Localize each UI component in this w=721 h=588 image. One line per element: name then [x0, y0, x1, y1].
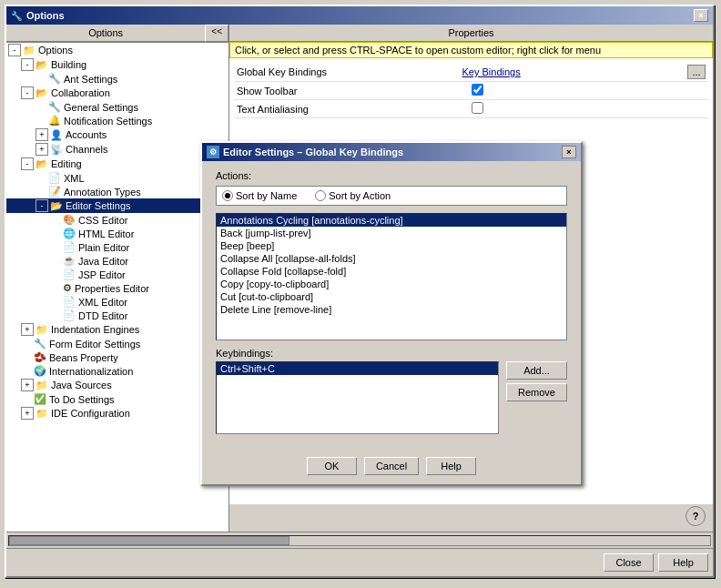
- cancel-button[interactable]: Cancel: [364, 457, 419, 475]
- ant-icon: 🔧: [48, 73, 61, 85]
- ok-button[interactable]: OK: [307, 457, 357, 475]
- tree-label: Java Sources: [51, 380, 112, 390]
- tree-item-jsp-editor[interactable]: 📄 JSP Editor: [6, 268, 228, 281]
- expand-icon[interactable]: -: [21, 157, 34, 170]
- context-help-button[interactable]: ?: [685, 506, 706, 526]
- tree-label: Internationalization: [49, 366, 133, 377]
- keybindings-list[interactable]: Ctrl+Shift+C: [216, 361, 499, 434]
- sort-name-radio-input[interactable]: [222, 190, 233, 201]
- form-icon: 🔧: [34, 338, 46, 350]
- annotation-icon: 📝: [48, 186, 61, 198]
- sort-radio-group: Sort by Name Sort by Action: [216, 186, 567, 206]
- expand-icon[interactable]: +: [36, 128, 48, 141]
- keybinding-item[interactable]: Ctrl+Shift+C: [217, 362, 498, 375]
- close-button[interactable]: Close: [604, 553, 654, 572]
- list-item[interactable]: Cut [cut-to-clipboard]: [217, 290, 566, 303]
- nav-back-button[interactable]: <<: [205, 25, 228, 42]
- property-name: Global Key Bindings: [237, 66, 462, 77]
- list-item[interactable]: Annotations Cycling [annotations-cycling…: [217, 214, 566, 227]
- sort-action-radio-input[interactable]: [315, 190, 326, 201]
- list-item[interactable]: Copy [copy-to-clipboard]: [217, 278, 566, 290]
- tree-item-ant-settings[interactable]: 🔧 Ant Settings: [6, 72, 228, 86]
- tree-label: Editor Settings: [66, 200, 131, 211]
- tree-item-dtd-editor[interactable]: 📄 DTD Editor: [6, 309, 228, 322]
- expand-icon[interactable]: -: [36, 199, 48, 212]
- tree-label: Options: [38, 45, 73, 56]
- tree-item-editing[interactable]: - 📂 Editing: [6, 157, 228, 171]
- tree-label: IDE Configuration: [51, 408, 130, 419]
- list-item[interactable]: Delete Line [remove-line]: [217, 303, 566, 316]
- list-item[interactable]: Collapse Fold [collapse-fold]: [217, 265, 566, 278]
- add-button[interactable]: Add...: [506, 361, 567, 380]
- sort-name-label: Sort by Name: [236, 190, 297, 201]
- tree-item-editor-settings[interactable]: - 📂 Editor Settings: [6, 198, 228, 213]
- actions-list[interactable]: Annotations Cycling [annotations-cycling…: [216, 213, 567, 340]
- tree-item-beans-property[interactable]: 🫘 Beans Property: [6, 350, 228, 364]
- sort-by-action-radio[interactable]: Sort by Action: [315, 190, 391, 201]
- tree-item-indentation-engines[interactable]: + 📁 Indentation Engines: [6, 322, 228, 337]
- tree-item-ide-configuration[interactable]: + 📁 IDE Configuration: [6, 406, 228, 421]
- tree-item-collaboration[interactable]: - 📂 Collaboration: [6, 86, 228, 100]
- tree-item-building[interactable]: - 📂 Building: [6, 57, 228, 72]
- left-panel-header: Options: [6, 25, 205, 42]
- tree-item-xml-editor[interactable]: 📄 XML Editor: [6, 295, 228, 309]
- tree-item-annotation-types[interactable]: 📝 Annotation Types: [6, 185, 228, 198]
- tree-item-options[interactable]: - 📁 Options: [6, 43, 228, 57]
- expand-icon[interactable]: +: [21, 379, 34, 391]
- expand-icon[interactable]: +: [21, 407, 34, 420]
- help-button[interactable]: Help: [658, 553, 708, 572]
- property-row-text-aa: Text Antialiasing: [234, 100, 708, 118]
- tree-label: XML Editor: [78, 297, 127, 308]
- property-value: [472, 84, 706, 97]
- tree-item-accounts[interactable]: + 👤 Accounts: [6, 127, 228, 142]
- title-bar: 🔧 Options ×: [6, 6, 713, 25]
- tree-label: Annotation Types: [64, 187, 141, 198]
- tree-item-internationalization[interactable]: 🌍 Internationalization: [6, 364, 228, 378]
- tree-item-html-editor[interactable]: 🌐 HTML Editor: [6, 227, 228, 240]
- tree-item-general-settings[interactable]: 🔧 General Settings: [6, 100, 228, 114]
- tree-item-css-editor[interactable]: 🎨 CSS Editor: [6, 213, 228, 227]
- tree-label: Building: [51, 59, 86, 70]
- tree-label: Form Editor Settings: [49, 339, 140, 350]
- tree-item-java-editor[interactable]: ☕ Java Editor: [6, 254, 228, 268]
- left-panel: Options << - 📁 Options - 📂 Building: [6, 25, 229, 532]
- tree-item-todo-settings[interactable]: ✅ To Do Settings: [6, 392, 228, 406]
- tree-item-form-editor-settings[interactable]: 🔧 Form Editor Settings: [6, 337, 228, 350]
- sort-action-label: Sort by Action: [329, 190, 391, 201]
- tree-item-properties-editor[interactable]: ⚙ Properties Editor: [6, 281, 228, 295]
- bottom-nav-bar: [6, 532, 713, 548]
- text-aa-checkbox[interactable]: [472, 102, 483, 114]
- expand-icon[interactable]: -: [21, 86, 34, 99]
- modal-help-button[interactable]: Help: [426, 457, 476, 475]
- horizontal-scrollbar[interactable]: [8, 535, 711, 546]
- keybindings-area: Ctrl+Shift+C Add... Remove: [216, 361, 567, 434]
- remove-button[interactable]: Remove: [506, 383, 567, 401]
- list-item[interactable]: Beep [beep]: [217, 239, 566, 252]
- tree-item-channels[interactable]: + 📡 Channels: [6, 142, 228, 157]
- title-bar-content: 🔧 Options: [11, 10, 65, 21]
- tree-item-java-sources[interactable]: + 📁 Java Sources: [6, 378, 228, 392]
- close-button[interactable]: ×: [694, 9, 708, 22]
- property-value[interactable]: Key Bindings: [462, 66, 688, 77]
- modal-close-button[interactable]: ×: [562, 146, 576, 158]
- intl-icon: 🌍: [34, 365, 46, 377]
- expand-icon[interactable]: +: [21, 323, 34, 336]
- tree-item-notification-settings[interactable]: 🔔 Notification Settings: [6, 114, 228, 127]
- options-icon: 📁: [23, 45, 36, 56]
- expand-icon[interactable]: -: [21, 58, 34, 71]
- property-value: [472, 102, 706, 116]
- tree-label: Java Editor: [78, 256, 128, 267]
- property-row-show-toolbar: Show Toolbar: [234, 82, 708, 100]
- expand-icon[interactable]: +: [36, 143, 48, 156]
- sort-by-name-radio[interactable]: Sort by Name: [222, 190, 297, 201]
- show-toolbar-checkbox[interactable]: [472, 84, 483, 96]
- property-edit-button[interactable]: ...: [687, 65, 706, 79]
- list-item[interactable]: Collapse All [collapse-all-folds]: [217, 252, 566, 265]
- tree-item-plain-editor[interactable]: 📄 Plain Editor: [6, 240, 228, 254]
- modal-title-bar: ⚙ Editor Settings – Global Key Bindings …: [202, 143, 581, 161]
- dtd-icon: 📄: [63, 309, 76, 321]
- tree-item-xml[interactable]: 📄 XML: [6, 171, 228, 185]
- expand-icon[interactable]: -: [8, 44, 21, 56]
- modal-title-icon: ⚙: [207, 146, 219, 158]
- list-item[interactable]: Back [jump-list-prev]: [217, 227, 566, 239]
